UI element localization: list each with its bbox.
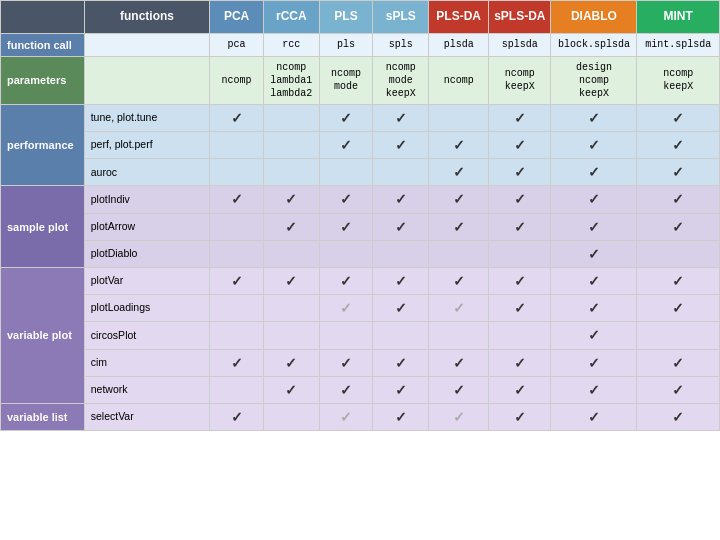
check-icon: ✓	[231, 409, 243, 425]
var4-pls: ✓	[319, 349, 373, 376]
perf1-rcca	[263, 104, 319, 131]
perf3-pls	[319, 159, 373, 186]
check-icon: ✓	[588, 382, 600, 398]
sample3-pca	[210, 240, 264, 267]
check-icon: ✓	[588, 273, 600, 289]
sample2-fn: plotArrow	[84, 213, 210, 240]
varlist1-rcca	[263, 403, 319, 430]
check-icon: ✓	[672, 300, 684, 316]
var4-diablo: ✓	[551, 349, 637, 376]
th-plsda: PLS-DA	[429, 1, 489, 34]
check-gray-icon: ✓	[453, 409, 465, 425]
var3-pls	[319, 322, 373, 349]
perf2-diablo: ✓	[551, 132, 637, 159]
params-diablo: design ncomp keepX	[551, 56, 637, 104]
var2-spls: ✓	[373, 295, 429, 322]
var4-splsda: ✓	[489, 349, 551, 376]
check-icon: ✓	[514, 273, 526, 289]
sample2-pca	[210, 213, 264, 240]
check-icon: ✓	[395, 110, 407, 126]
sample1-diablo: ✓	[551, 186, 637, 213]
sample2-splsda: ✓	[489, 213, 551, 240]
sample2-diablo: ✓	[551, 213, 637, 240]
var2-rcca	[263, 295, 319, 322]
th-mint: MINT	[637, 1, 720, 34]
sample3-plsda	[429, 240, 489, 267]
var3-splsda	[489, 322, 551, 349]
check-icon: ✓	[285, 355, 297, 371]
check-icon: ✓	[672, 382, 684, 398]
params-fn	[84, 56, 210, 104]
check-icon: ✓	[514, 191, 526, 207]
var4-rcca: ✓	[263, 349, 319, 376]
sample2-plsda: ✓	[429, 213, 489, 240]
funcall-spls: spls	[373, 33, 429, 56]
check-icon: ✓	[395, 191, 407, 207]
var1-diablo: ✓	[551, 268, 637, 295]
varlist1-plsda: ✓	[429, 403, 489, 430]
var-row-5: network ✓ ✓ ✓ ✓ ✓ ✓ ✓	[1, 376, 720, 403]
check-icon: ✓	[285, 219, 297, 235]
check-icon: ✓	[231, 110, 243, 126]
var2-fn: plotLoadings	[84, 295, 210, 322]
sample2-rcca: ✓	[263, 213, 319, 240]
params-row: parameters ncomp ncomp lambda1 lambda2 n…	[1, 56, 720, 104]
sample2-mint: ✓	[637, 213, 720, 240]
var4-mint: ✓	[637, 349, 720, 376]
perf1-spls: ✓	[373, 104, 429, 131]
check-icon: ✓	[285, 382, 297, 398]
perf1-splsda: ✓	[489, 104, 551, 131]
perf1-pca: ✓	[210, 104, 264, 131]
th-splsda: sPLS-DA	[489, 1, 551, 34]
var1-splsda: ✓	[489, 268, 551, 295]
varlist1-diablo: ✓	[551, 403, 637, 430]
perf1-pls: ✓	[319, 104, 373, 131]
check-icon: ✓	[231, 273, 243, 289]
th-rcca: rCCA	[263, 1, 319, 34]
funcall-row: function call pca rcc pls spls plsda spl…	[1, 33, 720, 56]
var1-fn: plotVar	[84, 268, 210, 295]
var5-pls: ✓	[319, 376, 373, 403]
var5-splsda: ✓	[489, 376, 551, 403]
perf2-mint: ✓	[637, 132, 720, 159]
sample3-fn: plotDiablo	[84, 240, 210, 267]
perf1-mint: ✓	[637, 104, 720, 131]
perf2-splsda: ✓	[489, 132, 551, 159]
params-pca: ncomp	[210, 56, 264, 104]
var-row-4: cim ✓ ✓ ✓ ✓ ✓ ✓ ✓ ✓	[1, 349, 720, 376]
var3-plsda	[429, 322, 489, 349]
params-rcca: ncomp lambda1 lambda2	[263, 56, 319, 104]
sample2-pls: ✓	[319, 213, 373, 240]
var3-diablo: ✓	[551, 322, 637, 349]
var3-rcca	[263, 322, 319, 349]
check-icon: ✓	[340, 355, 352, 371]
sample-category: sample plot	[1, 186, 85, 268]
var4-fn: cim	[84, 349, 210, 376]
th-diablo: DIABLO	[551, 1, 637, 34]
check-icon: ✓	[588, 137, 600, 153]
funcall-category: function call	[1, 33, 85, 56]
check-icon: ✓	[395, 300, 407, 316]
varlist-row: variable list selectVar ✓ ✓ ✓ ✓ ✓ ✓ ✓	[1, 403, 720, 430]
check-icon: ✓	[340, 110, 352, 126]
check-icon: ✓	[672, 355, 684, 371]
check-icon: ✓	[588, 355, 600, 371]
varlist1-splsda: ✓	[489, 403, 551, 430]
check-icon: ✓	[453, 273, 465, 289]
check-icon: ✓	[340, 191, 352, 207]
var-row-2: plotLoadings ✓ ✓ ✓ ✓ ✓ ✓	[1, 295, 720, 322]
perf2-rcca	[263, 132, 319, 159]
var2-pca	[210, 295, 264, 322]
check-icon: ✓	[672, 191, 684, 207]
funcall-diablo: block.splsda	[551, 33, 637, 56]
check-icon: ✓	[340, 219, 352, 235]
check-icon: ✓	[453, 137, 465, 153]
check-icon: ✓	[588, 409, 600, 425]
check-icon: ✓	[588, 246, 600, 262]
perf2-pca	[210, 132, 264, 159]
check-gray-icon: ✓	[453, 300, 465, 316]
varlist1-mint: ✓	[637, 403, 720, 430]
var5-plsda: ✓	[429, 376, 489, 403]
sample1-fn: plotIndiv	[84, 186, 210, 213]
check-icon: ✓	[672, 164, 684, 180]
